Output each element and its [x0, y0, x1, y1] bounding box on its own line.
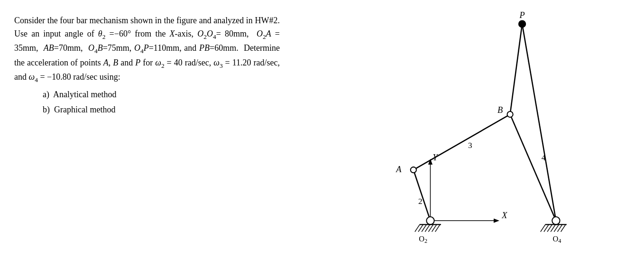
svg-point-10 — [411, 167, 416, 173]
svg-point-9 — [552, 217, 560, 224]
text-section: Consider the four bar mechanism shown in… — [0, 0, 294, 277]
mechanism-diagram: P B A O2 O4 X Y 2 3 4 — [339, 10, 599, 267]
label-A: A — [396, 165, 402, 174]
svg-line-4 — [522, 24, 556, 221]
svg-line-3 — [510, 24, 522, 115]
problem-text: Consider the four bar mechanism shown in… — [14, 14, 280, 85]
list-item-a: a) Analytical method — [43, 88, 280, 102]
svg-line-2 — [510, 114, 556, 221]
diagram-section: P B A O2 O4 X Y 2 3 4 — [294, 0, 644, 277]
svg-line-0 — [414, 170, 431, 221]
label-link4: 4 — [542, 153, 546, 162]
svg-line-1 — [414, 114, 510, 170]
svg-point-11 — [507, 111, 513, 117]
label-O4: O4 — [552, 234, 561, 244]
label-P: P — [519, 10, 524, 20]
label-X: X — [501, 211, 507, 220]
label-O2: O2 — [419, 234, 427, 244]
list-item-b: b) Graphical method — [43, 103, 280, 117]
svg-point-12 — [519, 20, 525, 27]
label-link3: 3 — [468, 141, 472, 150]
label-Y: Y — [433, 153, 439, 162]
svg-point-8 — [426, 217, 434, 224]
item-b-label: b) Graphical method — [43, 103, 115, 117]
item-a-label: a) Analytical method — [43, 88, 116, 102]
label-link2: 2 — [418, 197, 423, 206]
list-items: a) Analytical method b) Graphical method — [43, 88, 280, 117]
label-B: B — [497, 105, 503, 115]
